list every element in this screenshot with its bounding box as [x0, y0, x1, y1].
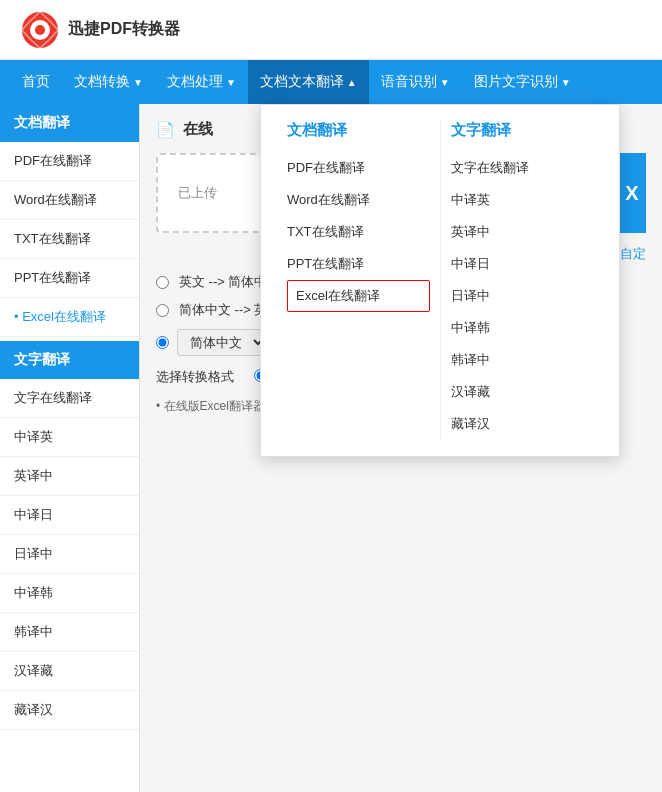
nav-item-voice[interactable]: 语音识别 ▼ [369, 60, 462, 104]
select-from-lang[interactable]: 简体中文英文日文韩文 [177, 329, 267, 356]
nav-item-ocr[interactable]: 图片文字识别 ▼ [462, 60, 583, 104]
dropdown-item-word[interactable]: Word在线翻译 [287, 184, 430, 216]
dropdown-text-online[interactable]: 文字在线翻译 [451, 152, 594, 184]
sidebar-item-zh-en[interactable]: 中译英 [0, 418, 139, 457]
nav-bar: 首页 文档转换 ▼ 文档处理 ▼ 文档文本翻译 ▲ 语音识别 ▼ 图片文字识别 … [0, 60, 662, 104]
sidebar-item-pdf-translate[interactable]: PDF在线翻译 [0, 142, 139, 181]
logo-icon [20, 10, 60, 50]
upload-text: 已上传 [178, 184, 217, 202]
dropdown-zh-kr[interactable]: 中译韩 [451, 312, 594, 344]
dropdown-en-zh[interactable]: 英译中 [451, 216, 594, 248]
dropdown-han-tibet[interactable]: 汉译藏 [451, 376, 594, 408]
sidebar-item-txt-translate[interactable]: TXT在线翻译 [0, 220, 139, 259]
dropdown-tibet-han[interactable]: 藏译汉 [451, 408, 594, 440]
sidebar: 文档翻译 PDF在线翻译 Word在线翻译 TXT在线翻译 PPT在线翻译 Ex… [0, 104, 140, 792]
nav-item-home[interactable]: 首页 [10, 60, 62, 104]
sidebar-item-excel-translate[interactable]: Excel在线翻译 [0, 298, 139, 337]
sidebar-section-text-translate: 文字翻译 [0, 341, 139, 379]
sidebar-item-en-zh[interactable]: 英译中 [0, 457, 139, 496]
sidebar-item-zh-kr[interactable]: 中译韩 [0, 574, 139, 613]
chevron-down-icon: ▼ [561, 77, 571, 88]
document-icon: 📄 [156, 121, 175, 139]
dropdown-col1-title: 文档翻译 [287, 121, 430, 140]
dropdown-zh-jp[interactable]: 中译日 [451, 248, 594, 280]
radio-custom[interactable] [156, 336, 169, 349]
sidebar-item-ppt-translate[interactable]: PPT在线翻译 [0, 259, 139, 298]
radio-en-zh[interactable] [156, 276, 169, 289]
nav-item-convert[interactable]: 文档转换 ▼ [62, 60, 155, 104]
radio-zh-en[interactable] [156, 304, 169, 317]
content-title-text: 在线 [183, 120, 213, 139]
sidebar-item-word-translate[interactable]: Word在线翻译 [0, 181, 139, 220]
sidebar-item-tibet-han[interactable]: 藏译汉 [0, 691, 139, 730]
dropdown-item-ppt[interactable]: PPT在线翻译 [287, 248, 430, 280]
logo-area: 迅捷PDF转换器 [20, 10, 180, 50]
dropdown-menu: 文档翻译 PDF在线翻译 Word在线翻译 TXT在线翻译 PPT在线翻译 Ex… [260, 104, 620, 457]
chevron-down-icon: ▼ [440, 77, 450, 88]
format-label: 选择转换格式 [156, 368, 234, 386]
svg-point-2 [35, 25, 45, 35]
dropdown-jp-zh[interactable]: 日译中 [451, 280, 594, 312]
header: 迅捷PDF转换器 [0, 0, 662, 60]
logo-text: 迅捷PDF转换器 [68, 19, 180, 40]
sidebar-item-jp-zh[interactable]: 日译中 [0, 535, 139, 574]
dropdown-col2-title: 文字翻译 [451, 121, 594, 140]
nav-item-process[interactable]: 文档处理 ▼ [155, 60, 248, 104]
sidebar-item-han-tibet[interactable]: 汉译藏 [0, 652, 139, 691]
sidebar-item-zh-jp[interactable]: 中译日 [0, 496, 139, 535]
chevron-up-icon: ▲ [347, 77, 357, 88]
dropdown-item-pdf[interactable]: PDF在线翻译 [287, 152, 430, 184]
sidebar-item-text-online[interactable]: 文字在线翻译 [0, 379, 139, 418]
dropdown-col-doc: 文档翻译 PDF在线翻译 Word在线翻译 TXT在线翻译 PPT在线翻译 Ex… [277, 121, 441, 440]
nav-item-translate[interactable]: 文档文本翻译 ▲ [248, 60, 369, 104]
dropdown-item-txt[interactable]: TXT在线翻译 [287, 216, 430, 248]
x-decoration: X [618, 153, 646, 233]
chevron-down-icon: ▼ [226, 77, 236, 88]
dropdown-col-text: 文字翻译 文字在线翻译 中译英 英译中 中译日 日译中 中译韩 韩译中 [441, 121, 604, 440]
dropdown-item-excel[interactable]: Excel在线翻译 [287, 280, 430, 312]
sidebar-section-doc-translate: 文档翻译 [0, 104, 139, 142]
dropdown-kr-zh[interactable]: 韩译中 [451, 344, 594, 376]
chevron-down-icon: ▼ [133, 77, 143, 88]
sidebar-item-kr-zh[interactable]: 韩译中 [0, 613, 139, 652]
dropdown-zh-en[interactable]: 中译英 [451, 184, 594, 216]
